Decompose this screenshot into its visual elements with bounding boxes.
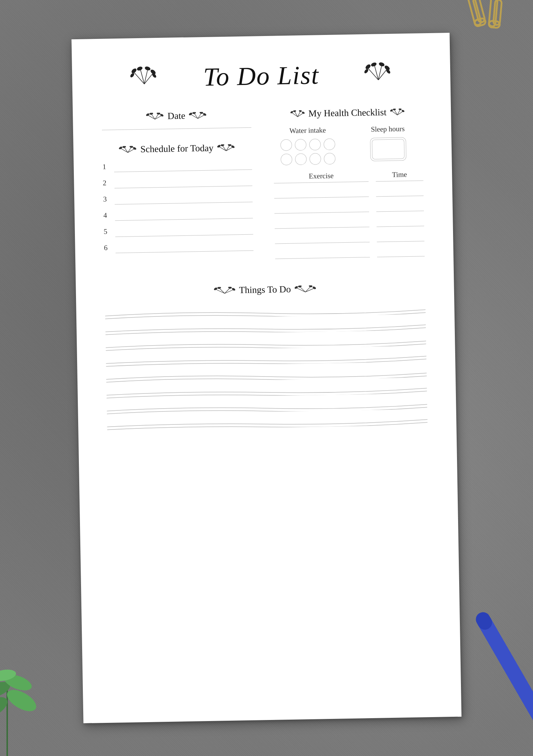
exercise-row-2 (274, 202, 424, 213)
pen-decoration (490, 596, 533, 756)
svg-point-93 (214, 287, 218, 291)
water-circle-4 (324, 139, 336, 150)
schedule-num-4: 4 (103, 211, 111, 221)
exercise-section: Exercise Time (274, 170, 425, 259)
svg-line-97 (296, 288, 305, 292)
right-column: My Health Checklist Wat (273, 106, 425, 270)
things-section: Things To Do (105, 282, 428, 432)
water-column: Water intake (273, 126, 343, 165)
schedule-item-4: 4 (103, 209, 253, 221)
svg-point-102 (298, 285, 302, 288)
health-section: My Health Checklist Wat (273, 106, 425, 259)
svg-line-74 (295, 111, 297, 117)
schedule-num-5: 5 (104, 227, 111, 237)
svg-point-103 (309, 285, 313, 288)
schedule-num-3: 3 (103, 195, 110, 204)
time-input-3 (377, 217, 424, 227)
svg-line-91 (225, 288, 230, 293)
svg-line-66 (223, 145, 226, 151)
things-lines (105, 300, 427, 432)
svg-point-62 (122, 146, 126, 148)
svg-point-27 (144, 66, 151, 71)
svg-point-94 (217, 287, 221, 289)
paperclip-decoration (454, 0, 511, 34)
water-circle-2 (295, 139, 307, 151)
svg-line-92 (225, 290, 234, 293)
water-sleep-row: Water intake Sleep h (273, 124, 423, 165)
schedule-num-6: 6 (104, 243, 111, 253)
date-header: Date (102, 109, 251, 123)
health-title: My Health Checklist (308, 107, 386, 119)
water-circle-8 (324, 153, 336, 165)
svg-line-89 (216, 289, 225, 293)
svg-point-70 (220, 144, 224, 147)
svg-point-96 (232, 288, 236, 291)
exercise-row-5 (275, 248, 425, 259)
svg-point-101 (294, 285, 298, 289)
water-circle-7 (309, 153, 321, 165)
svg-point-47 (157, 113, 161, 115)
plant-decoration (0, 654, 43, 756)
exercise-label: Exercise (274, 171, 369, 184)
health-header: My Health Checklist (273, 106, 422, 120)
title-area: To Do List (101, 55, 422, 94)
sleep-column: Sleep hours (353, 124, 423, 164)
svg-point-63 (129, 146, 133, 148)
schedule-line-1 (114, 161, 252, 172)
exercise-row-4 (275, 233, 424, 244)
page-title: To Do List (203, 60, 319, 91)
svg-point-87 (398, 108, 402, 110)
schedule-item-6: 6 (104, 241, 253, 253)
title-deco-left (130, 64, 159, 89)
time-input-1 (376, 187, 424, 197)
water-circles (273, 138, 343, 165)
svg-line-90 (219, 288, 225, 293)
schedule-item-1: 1 (102, 160, 252, 172)
svg-point-25 (131, 67, 138, 74)
svg-line-99 (305, 287, 310, 292)
water-label: Water intake (273, 126, 342, 135)
svg-point-71 (228, 144, 232, 146)
title-deco-right (364, 60, 393, 85)
svg-line-50 (194, 113, 198, 118)
time-label: Time (376, 170, 423, 181)
schedule-item-3: 3 (103, 193, 252, 205)
schedule-line-3 (115, 194, 252, 205)
left-column: Date (102, 109, 254, 273)
schedule-num-1: 1 (102, 163, 109, 172)
schedule-line-5 (115, 226, 253, 237)
exercise-header-row: Exercise Time (274, 170, 424, 185)
schedule-title: Schedule for Today (140, 143, 214, 155)
svg-line-98 (300, 287, 305, 292)
schedule-item-5: 5 (104, 225, 253, 237)
sleep-box (370, 137, 406, 161)
time-input-5 (377, 248, 425, 257)
svg-point-29 (130, 72, 135, 78)
exercise-row-1 (274, 187, 424, 198)
svg-point-39 (364, 68, 369, 74)
exercise-input-2 (274, 203, 369, 214)
svg-point-36 (371, 62, 377, 67)
main-columns: Date (102, 106, 425, 273)
svg-point-54 (192, 112, 196, 114)
paper: To Do List (72, 33, 462, 723)
schedule-line-6 (115, 242, 253, 253)
water-circle-5 (281, 154, 292, 166)
svg-point-26 (136, 66, 143, 71)
svg-point-86 (393, 108, 396, 111)
svg-line-49 (191, 114, 198, 118)
svg-rect-16 (475, 613, 533, 738)
exercise-row-3 (274, 217, 424, 229)
time-input-2 (376, 202, 424, 212)
schedule-section: Schedule for Today 1 (102, 142, 254, 253)
schedule-line-4 (115, 210, 253, 221)
date-section: Date (102, 109, 251, 130)
svg-line-81 (391, 111, 397, 115)
svg-line-65 (219, 147, 226, 151)
sleep-label: Sleep hours (353, 124, 422, 134)
svg-point-104 (312, 286, 316, 290)
svg-point-95 (228, 287, 232, 289)
svg-line-73 (292, 112, 297, 117)
svg-line-57 (121, 148, 128, 153)
water-circle-3 (309, 139, 321, 150)
